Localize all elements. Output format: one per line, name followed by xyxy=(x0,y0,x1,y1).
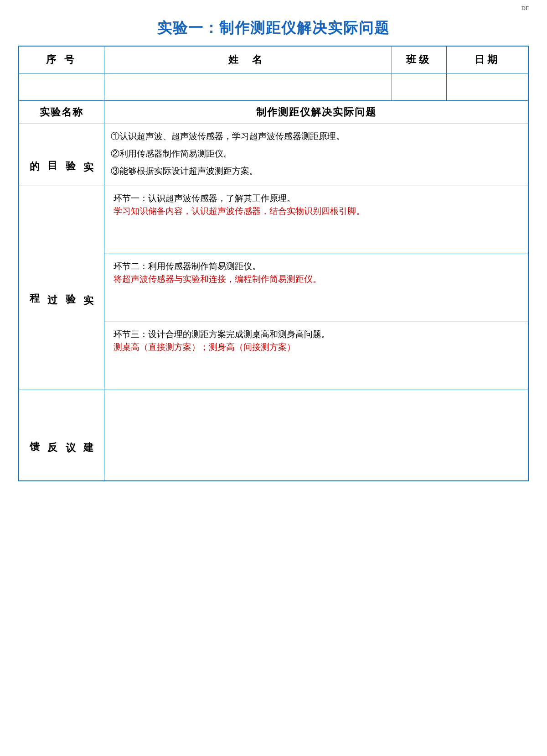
process-section-3-subtitle: 测桌高（直接测方案）；测身高（间接测方案） xyxy=(114,341,519,353)
process-section-3-title: 环节三：设计合理的测距方案完成测桌高和测身高问题。 xyxy=(114,328,519,340)
exp-name-content: 制作测距仪解决实际问题 xyxy=(104,101,528,124)
header-name: 姓 名 xyxy=(104,46,392,73)
exp-goal-label: 实验目的 xyxy=(19,124,104,186)
feedback-label: 建议反馈 xyxy=(19,390,104,481)
header-seq: 序 号 xyxy=(19,46,104,73)
header-date: 日期 xyxy=(446,46,528,73)
table-header-row: 序 号 姓 名 班级 日期 xyxy=(19,46,528,73)
exp-process-row: 实验过程 环节一：认识超声波传感器，了解其工作原理。 学习知识储备内容，认识超声… xyxy=(19,186,528,390)
process-section-2: 环节二：利用传感器制作简易测距仪。 将超声波传感器与实验和连接，编程制作简易测距… xyxy=(104,254,528,322)
exp-process-label: 实验过程 xyxy=(19,186,104,390)
process-section-1-subtitle: 学习知识储备内容，认识超声波传感器，结合实物识别四根引脚。 xyxy=(114,205,519,217)
input-name[interactable] xyxy=(104,73,392,101)
process-section-1-title: 环节一：认识超声波传感器，了解其工作原理。 xyxy=(114,193,519,204)
process-section-1: 环节一：认识超声波传感器，了解其工作原理。 学习知识储备内容，认识超声波传感器，… xyxy=(104,186,528,254)
exp-goal-item-3: ③能够根据实际设计超声波测距方案。 xyxy=(111,163,521,179)
page-title: 实验一：制作测距仪解决实际问题 xyxy=(18,18,529,38)
input-class[interactable] xyxy=(392,73,446,101)
exp-name-row: 实验名称 制作测距仪解决实际问题 xyxy=(19,101,528,124)
input-date[interactable] xyxy=(446,73,528,101)
process-section-2-subtitle: 将超声波传感器与实验和连接，编程制作简易测距仪。 xyxy=(114,273,519,285)
exp-goal-content: ①认识超声波、超声波传感器，学习超声波传感器测距原理。 ②利用传感器制作简易测距… xyxy=(104,124,528,186)
header-class: 班级 xyxy=(392,46,446,73)
exp-goal-item-1: ①认识超声波、超声波传感器，学习超声波传感器测距原理。 xyxy=(111,129,521,144)
main-table: 序 号 姓 名 班级 日期 实验名称 制作测距仪解决实际问题 实验目的 xyxy=(18,46,529,481)
input-row xyxy=(19,73,528,101)
feedback-row: 建议反馈 xyxy=(19,390,528,481)
process-section-2-title: 环节二：利用传感器制作简易测距仪。 xyxy=(114,261,519,272)
feedback-content[interactable] xyxy=(104,390,528,481)
input-seq[interactable] xyxy=(19,73,104,101)
exp-process-content: 环节一：认识超声波传感器，了解其工作原理。 学习知识储备内容，认识超声波传感器，… xyxy=(104,186,528,390)
df-label: DF xyxy=(521,5,529,12)
exp-goal-row: 实验目的 ①认识超声波、超声波传感器，学习超声波传感器测距原理。 ②利用传感器制… xyxy=(19,124,528,186)
process-section-3: 环节三：设计合理的测距方案完成测桌高和测身高问题。 测桌高（直接测方案）；测身高… xyxy=(104,322,528,390)
exp-name-label: 实验名称 xyxy=(19,101,104,124)
exp-goal-item-2: ②利用传感器制作简易测距仪。 xyxy=(111,146,521,162)
